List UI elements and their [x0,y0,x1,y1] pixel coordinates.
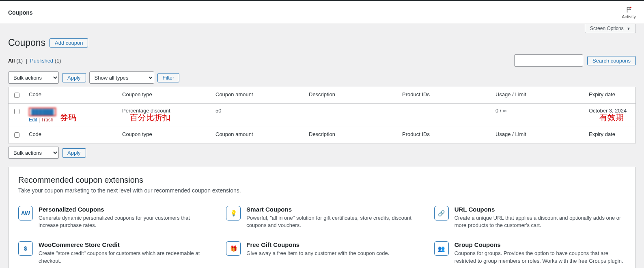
aw-icon: AW [18,206,33,220]
edit-link[interactable]: Edit [29,117,37,123]
reco-item-desc: Powerful, "all in one" solution for gift… [246,214,418,229]
col-type-header: Coupon type [118,87,211,104]
col-usage-header: Usage / Limit [491,87,585,104]
actions-sep: | [39,117,40,123]
svg-point-0 [630,6,631,8]
page-label: Coupons [8,9,33,16]
cell-description: – [305,104,398,127]
activity-panel-button[interactable]: Activity [622,6,636,19]
trash-link[interactable]: Trash [41,117,53,123]
filter-type-select[interactable]: Show all types [89,71,154,84]
subsubsub-row: All (1) | Published (1) Search coupons [8,54,636,67]
screen-options-row: Screen Options ▼ [0,24,644,33]
reco-item-desc: Give away a free item to any customer wi… [246,250,389,257]
reco-item-desc: Coupons for groups. Provides the option … [454,250,626,264]
status-filter-links: All (1) | Published (1) [8,58,61,64]
filter-all-count: (1) [16,58,23,64]
reco-item-title: URL Coupons [454,206,626,213]
flag-icon [625,6,633,13]
recommendations-title: Recommended coupon extensions [18,175,626,185]
main-area: Coupons Add coupon All (1) | Published (… [0,37,644,268]
recommendations-subtitle: Take your coupon marketing to the next l… [18,187,626,194]
reco-item-smart[interactable]: 💡 Smart Coupons Powerful, "all in one" s… [226,206,418,229]
reco-item-store-credit[interactable]: $ WooCommerce Store Credit Create "store… [18,241,210,264]
reco-item-desc: Generate dynamic personalized coupons fo… [39,214,210,229]
col-usage-footer: Usage / Limit [491,127,585,143]
col-code-footer[interactable]: Code [25,127,118,143]
recommendations-box: Recommended coupon extensions Take your … [8,167,636,268]
table-wrap: Code Coupon type Coupon amount Descripti… [8,87,636,143]
screen-options-label: Screen Options [590,26,624,31]
reco-item-free-gift[interactable]: 🎁 Free Gift Coupons Give away a free ite… [226,241,418,264]
row-checkbox[interactable] [14,109,19,114]
select-all-header [9,87,25,104]
col-code-header[interactable]: Code [25,87,118,104]
coupons-table: Code Coupon type Coupon amount Descripti… [8,87,636,143]
select-all-checkbox-bottom[interactable] [14,132,19,138]
search-input[interactable] [514,54,583,67]
dollar-icon: $ [18,241,33,256]
filter-published-link[interactable]: Published [30,58,53,64]
col-type-footer: Coupon type [118,127,211,143]
bulk-actions-select[interactable]: Bulk actions [8,71,59,84]
reco-item-desc: Create a unique URL that applies a disco… [454,214,626,229]
screen-options-button[interactable]: Screen Options ▼ [585,24,636,33]
reco-item-desc: Create "store credit" coupons for custom… [39,250,210,264]
page-title: Coupons [8,37,45,48]
tablenav-top: Bulk actions Apply Show all types Filter [8,71,636,84]
link-icon: 🔗 [434,206,449,220]
col-expiry-header: Expiry date [585,87,636,104]
bulk-apply-button[interactable]: Apply [62,73,86,82]
filter-all-link[interactable]: All [8,58,15,64]
col-pids-footer: Product IDs [398,127,491,143]
search-box: Search coupons [514,54,636,67]
col-desc-footer: Description [305,127,398,143]
reco-item-title: Personalized Coupons [39,206,210,213]
bulk-apply-button-bottom[interactable]: Apply [62,148,86,158]
cell-expiry: October 3, 2024 [585,104,636,127]
row-actions: Edit | Trash [29,117,114,123]
reco-item-url[interactable]: 🔗 URL Coupons Create a unique URL that a… [434,206,626,229]
col-amount-header: Coupon amount [211,87,305,104]
filter-published-count: (1) [55,58,61,64]
col-desc-header: Description [305,87,398,104]
filter-button[interactable]: Filter [157,73,180,82]
reco-item-title: Free Gift Coupons [246,241,389,248]
reco-item-title: Group Coupons [454,241,626,248]
recommendations-grid: AW Personalized Coupons Generate dynamic… [18,206,626,265]
filter-separator: | [26,58,27,64]
col-amount-footer: Coupon amount [211,127,305,143]
lightbulb-icon: 💡 [226,206,241,220]
cell-product-ids: – [398,104,491,127]
heading-row: Coupons Add coupon [8,37,636,48]
reco-item-group[interactable]: 👥 Group Coupons Coupons for groups. Prov… [434,241,626,264]
coupon-code-link[interactable]: ██████ [29,108,56,116]
gift-icon: 🎁 [226,241,241,256]
content-wrap: Coupons Activity Screen Options ▼ Coupon… [0,1,644,268]
cell-usage: 0 / ∞ [491,104,585,127]
reco-item-title: WooCommerce Store Credit [39,241,210,248]
add-coupon-button[interactable]: Add coupon [50,38,88,48]
reco-item-personalized[interactable]: AW Personalized Coupons Generate dynamic… [18,206,210,229]
chevron-down-icon: ▼ [627,26,631,31]
col-pids-header: Product IDs [398,87,491,104]
tablenav-bottom: Bulk actions Apply [8,147,636,159]
table-row: ██████ Edit | Trash Percentage discount … [9,104,636,127]
cell-type: Percentage discount [118,104,211,127]
group-icon: 👥 [434,241,449,256]
bulk-actions-select-bottom[interactable]: Bulk actions [8,147,59,159]
search-button[interactable]: Search coupons [587,56,636,65]
reco-item-title: Smart Coupons [246,206,418,213]
activity-label: Activity [622,14,636,19]
col-expiry-footer: Expiry date [585,127,636,143]
top-header: Coupons Activity [0,1,644,24]
cell-amount: 50 [211,104,305,127]
select-all-checkbox[interactable] [14,93,19,98]
